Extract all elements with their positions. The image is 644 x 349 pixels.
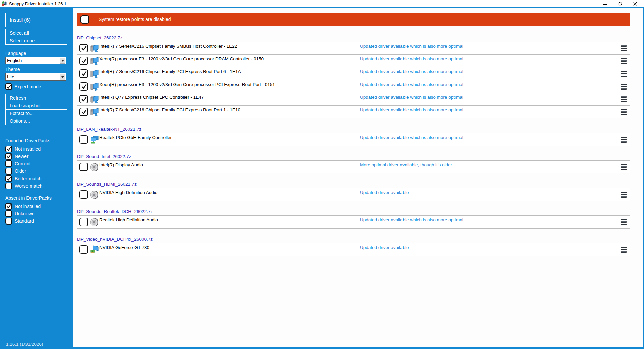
filter-row[interactable]: Better match xyxy=(5,175,73,182)
driver-row[interactable]: Intel(R) Display Audio More optimal driv… xyxy=(77,160,630,173)
row-menu-icon[interactable] xyxy=(621,83,627,90)
driver-checkbox[interactable] xyxy=(79,69,88,78)
row-menu-icon[interactable] xyxy=(621,45,627,52)
driver-row[interactable]: Intel(R) Q77 Express Chipset LPC Control… xyxy=(77,93,630,106)
device-name: NVIDIA High Definition Audio xyxy=(99,190,157,195)
select-all-button[interactable]: Select all xyxy=(5,29,67,37)
filter-row[interactable]: Worse match xyxy=(5,182,73,190)
driver-list-panel: System restore points are disabled DP_Ch… xyxy=(73,8,643,347)
driver-row[interactable]: Realtek High Definition Audio Updated dr… xyxy=(77,215,630,229)
sidebar-action-button-2[interactable]: Extract to... xyxy=(5,109,67,117)
chevron-down-icon[interactable] xyxy=(60,74,65,80)
driver-sections: DP_Chipset_26022.7z Intel(R) 7 Series/C2… xyxy=(77,35,630,256)
driver-checkbox[interactable] xyxy=(79,95,88,103)
filter-row[interactable]: Current xyxy=(5,160,73,167)
chevron-down-icon[interactable] xyxy=(60,58,65,64)
driver-checkbox[interactable] xyxy=(79,163,88,171)
row-menu-icon[interactable] xyxy=(621,136,627,143)
filter-label: Standard xyxy=(15,218,34,224)
driverpack-link[interactable]: DP_Sound_Intel_26022.7z xyxy=(77,154,131,159)
row-menu-icon[interactable] xyxy=(621,219,627,226)
row-menu-icon[interactable] xyxy=(621,246,627,253)
device-icon xyxy=(90,44,99,53)
driverpack-link[interactable]: DP_LAN_Realtek-NT_26021.7z xyxy=(77,127,141,132)
driver-checkbox[interactable] xyxy=(79,44,88,52)
filter-row[interactable]: Older xyxy=(5,167,73,175)
audio-device-icon xyxy=(90,190,99,200)
row-menu-icon[interactable] xyxy=(621,58,627,64)
filter-row[interactable]: Not installed xyxy=(5,203,73,210)
row-menu-icon[interactable] xyxy=(621,70,627,77)
row-menu-icon[interactable] xyxy=(621,96,627,103)
device-name: Intel(R) Q77 Express Chipset LPC Control… xyxy=(99,95,204,100)
filter-row[interactable]: Standard xyxy=(5,217,73,225)
sidebar-action-button-0[interactable]: Refresh xyxy=(5,94,67,102)
driver-checkbox[interactable] xyxy=(79,108,88,116)
filter-checkbox[interactable] xyxy=(5,203,12,210)
driver-row[interactable]: Xeon(R) processor E3 - 1200 v2/3rd Gen C… xyxy=(77,54,630,67)
restore-button[interactable] xyxy=(612,0,628,7)
install-button[interactable]: Install (6) xyxy=(5,13,67,27)
driver-status-text: Updated driver available which is also m… xyxy=(360,217,463,222)
expert-mode-checkbox[interactable] xyxy=(5,83,12,90)
minimize-button[interactable] xyxy=(597,0,612,7)
row-menu-icon[interactable] xyxy=(621,191,627,198)
theme-select[interactable]: Lite xyxy=(5,73,66,81)
filter-checkbox[interactable] xyxy=(5,210,12,217)
chipset-device-icon xyxy=(90,82,99,92)
window-title: Snappy Driver Installer 1.26.1 xyxy=(9,1,66,6)
driver-checkbox[interactable] xyxy=(79,190,88,199)
filter-label: Unknown xyxy=(15,211,34,216)
driver-status-text: Updated driver available xyxy=(360,245,409,250)
driver-status-text: Updated driver available which is also m… xyxy=(360,82,463,87)
filter-checkbox[interactable] xyxy=(5,183,12,189)
driver-checkbox[interactable] xyxy=(79,57,88,65)
driverpack-section: DP_Video_nVIDIA_DCH4x_26000.7z NVIDIA Ge… xyxy=(77,237,630,256)
device-name: Intel(R) 7 Series/C216 Chipset Family PC… xyxy=(99,69,241,74)
sidebar-action-button-3[interactable]: Options... xyxy=(5,117,67,125)
filter-row[interactable]: Unknown xyxy=(5,210,73,217)
filter-checkbox[interactable] xyxy=(5,168,12,174)
sidebar-actions: RefreshLoad snapshot...Extract to...Opti… xyxy=(5,94,73,125)
device-icon xyxy=(90,190,99,200)
filter-row[interactable]: Not installed xyxy=(5,145,73,153)
driverpack-section: DP_Sounds_Realtek_DCH_26022.7z Realtek H… xyxy=(77,209,630,229)
driver-checkbox[interactable] xyxy=(79,245,88,254)
driver-checkbox[interactable] xyxy=(79,82,88,91)
language-label: Language xyxy=(5,51,73,56)
restore-points-checkbox[interactable] xyxy=(80,15,89,24)
filter-checkbox[interactable] xyxy=(5,218,12,225)
filter-checkbox[interactable] xyxy=(5,175,12,182)
close-button[interactable] xyxy=(628,0,643,7)
filter-checkbox[interactable] xyxy=(5,153,12,160)
driver-row[interactable]: Realtek PCIe GbE Family Controller Updat… xyxy=(77,133,630,146)
driver-row[interactable]: NVIDIA High Definition Audio Updated dri… xyxy=(77,188,630,201)
driver-row[interactable]: Intel(R) 7 Series/C216 Chipset Family SM… xyxy=(77,42,630,55)
driverpack-link[interactable]: DP_Video_nVIDIA_DCH4x_26000.7z xyxy=(77,237,153,242)
driverpack-link[interactable]: DP_Sounds_HDMI_26021.7z xyxy=(77,182,137,187)
row-menu-icon[interactable] xyxy=(621,109,627,115)
device-name: Xeon(R) processor E3 - 1200 v2/3rd Gen C… xyxy=(99,56,264,61)
sidebar-action-button-1[interactable]: Load snapshot... xyxy=(5,102,67,110)
driver-row[interactable]: Intel(R) 7 Series/C216 Chipset Family PC… xyxy=(77,67,630,80)
driver-rows: NVIDIA High Definition Audio Updated dri… xyxy=(77,188,630,201)
driver-row[interactable]: Xeon(R) processor E3 - 1200 v2/3rd Gen C… xyxy=(77,80,630,93)
expert-mode-row[interactable]: Expert mode xyxy=(5,83,73,90)
driverpack-link[interactable]: DP_Sounds_Realtek_DCH_26022.7z xyxy=(77,209,153,214)
row-menu-icon[interactable] xyxy=(621,164,627,170)
language-select[interactable]: English xyxy=(5,57,66,64)
filter-checkbox[interactable] xyxy=(5,160,12,167)
sidebar: Install (6) Select all Select none Langu… xyxy=(0,7,73,349)
driverpack-link[interactable]: DP_Chipset_26022.7z xyxy=(77,35,122,40)
filter-checkbox[interactable] xyxy=(5,146,12,152)
audio-device-icon xyxy=(90,217,99,227)
filter-row[interactable]: Newer xyxy=(5,153,73,160)
driver-checkbox[interactable] xyxy=(79,218,88,226)
chipset-device-icon xyxy=(90,107,99,117)
driver-checkbox[interactable] xyxy=(79,135,88,144)
driver-row[interactable]: NVIDIA GeForce GT 730 Updated driver ava… xyxy=(77,243,630,256)
restore-points-banner: System restore points are disabled xyxy=(77,13,630,26)
select-none-button[interactable]: Select none xyxy=(5,37,67,45)
driver-row[interactable]: Intel(R) 7 Series/C216 Chipset Family PC… xyxy=(77,105,630,118)
device-icon xyxy=(90,162,99,172)
